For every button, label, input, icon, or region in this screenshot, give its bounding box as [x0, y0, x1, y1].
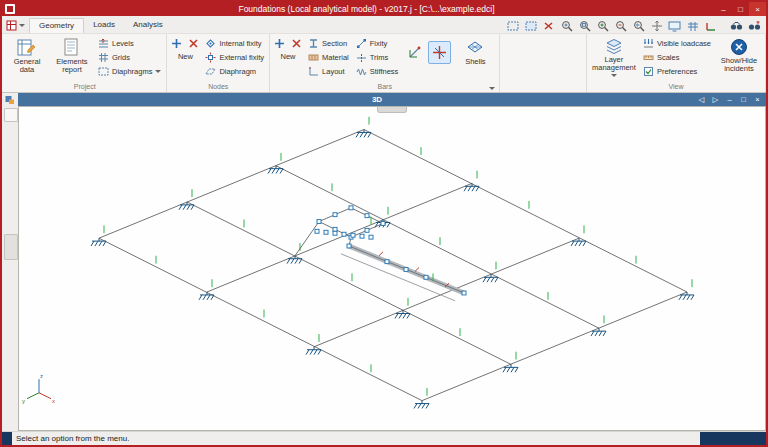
clear-selection-button[interactable] [540, 19, 557, 33]
zoom-in-button[interactable] [594, 19, 611, 33]
titlebar: Foundations (Local analytical model) - v… [2, 2, 766, 16]
section-button[interactable]: Section [306, 37, 351, 50]
plus-icon [171, 38, 182, 49]
node-diaphragm-button[interactable]: Diaphragm [203, 65, 266, 78]
select-window-icon [507, 21, 519, 31]
tab-loads[interactable]: Loads [84, 18, 124, 33]
general-data-button[interactable]: General data [6, 35, 48, 82]
material-button[interactable]: Material [306, 51, 351, 64]
bar-orientation-toggle[interactable] [428, 41, 451, 64]
quick-view-toolbar [504, 19, 766, 33]
zoom-out-button[interactable] [612, 19, 629, 33]
internal-fixity-icon [205, 38, 216, 49]
strip-grip-button[interactable] [4, 234, 18, 260]
layout-label: Layout [322, 67, 345, 76]
statusbar: Select an option from the menu. [2, 431, 766, 445]
select-crossing-button[interactable] [522, 19, 539, 33]
viewport-close-button[interactable]: × [752, 95, 763, 104]
node-new-label: New [178, 52, 193, 61]
full-screen-button[interactable] [666, 19, 683, 33]
minimize-button[interactable]: – [715, 2, 732, 16]
elements-report-icon [62, 38, 82, 57]
grids-button[interactable]: Grids [96, 51, 163, 64]
grid-toggle-button[interactable] [684, 19, 701, 33]
stiffness-button[interactable]: Stiffness [354, 65, 401, 78]
canvas-collapse-handle[interactable] [377, 107, 407, 113]
viewport-titlebar[interactable]: 3D ◁ ▷ – □ × [18, 93, 766, 106]
ribbon-group-view: Layer management Visible loadcase Scales [586, 34, 766, 92]
tab-geometry[interactable]: Geometry [29, 18, 84, 33]
selected-node-squares [315, 206, 466, 295]
model-wireframe: z x y [19, 107, 765, 430]
bar-new-button[interactable] [273, 37, 286, 50]
axis-y-label: y [22, 398, 25, 404]
bar-local-axes-button[interactable] [403, 41, 426, 64]
viewport-title: 3D [58, 95, 696, 104]
layer-management-label: Layer management [591, 56, 637, 73]
preferences-button[interactable]: Preferences [641, 65, 713, 78]
show-hide-incidents-button[interactable]: Show/Hide incidents [716, 35, 762, 82]
search-button[interactable] [728, 19, 745, 33]
statusbar-message: Select an option from the menu. [12, 434, 129, 443]
bar-fixity-button[interactable]: Fixity [354, 37, 401, 50]
close-button[interactable]: × [749, 2, 766, 16]
visible-loadcase-icon [643, 38, 654, 49]
stiffness-icon [356, 66, 367, 77]
bar-fixity-label: Fixity [370, 39, 388, 48]
node-diaphragm-icon [205, 66, 216, 77]
node-delete-button[interactable] [187, 37, 200, 50]
scales-button[interactable]: Scales [641, 51, 713, 64]
select-window-button[interactable] [504, 19, 521, 33]
statusbar-right-block [700, 432, 766, 445]
app-menu-button[interactable] [2, 18, 29, 33]
support-symbols [91, 130, 694, 409]
zoom-window-icon [579, 20, 591, 32]
model-canvas[interactable]: z x y [18, 106, 766, 431]
maximize-button[interactable]: □ [732, 2, 749, 16]
trims-label: Trims [370, 53, 388, 62]
general-data-label: General data [7, 58, 47, 75]
viewport-next-button[interactable]: ▷ [710, 95, 721, 104]
pan-button[interactable] [648, 19, 665, 33]
internal-fixity-button[interactable]: Internal fixity [203, 37, 266, 50]
trims-button[interactable]: Trims [354, 51, 401, 64]
viewport-minimize-button[interactable]: – [724, 95, 735, 104]
pan-icon [651, 20, 663, 32]
search-next-button[interactable] [746, 19, 763, 33]
bar-delete-button[interactable] [290, 37, 303, 50]
scales-label: Scales [657, 53, 680, 62]
bar-fixity-icon [356, 38, 367, 49]
shells-button[interactable]: Shells [454, 35, 496, 82]
zoom-previous-button[interactable] [630, 19, 647, 33]
tab-analysis[interactable]: Analysis [124, 18, 172, 33]
material-label: Material [322, 53, 349, 62]
viewport-controls: ◁ ▷ – □ × [696, 95, 766, 104]
bars-group-dialog-launcher[interactable] [489, 87, 495, 90]
diaphragms-button[interactable]: Diaphragms [96, 65, 163, 78]
node-diaphragm-label: Diaphragm [219, 67, 256, 76]
layer-management-button[interactable]: Layer management [590, 35, 638, 82]
axes-toggle-button[interactable] [702, 19, 719, 33]
node-new-button[interactable] [170, 37, 183, 50]
viewport-menu-button[interactable] [2, 93, 18, 106]
elements-report-button[interactable]: Elements report [51, 35, 93, 82]
strip-page-button[interactable] [4, 108, 18, 122]
external-fixity-label: External fixity [219, 53, 264, 62]
zoom-previous-icon [633, 20, 645, 32]
layout-button[interactable]: Layout [306, 65, 351, 78]
zoom-window-button[interactable] [576, 19, 593, 33]
visible-loadcase-button[interactable]: Visible loadcase [641, 37, 713, 50]
viewport-menu-icon [5, 95, 15, 105]
layout-icon [308, 66, 319, 77]
view-group-label: View [590, 82, 762, 92]
chevron-down-icon [19, 24, 25, 27]
levels-button[interactable]: Levels [96, 37, 163, 50]
viewport-prev-button[interactable]: ◁ [696, 95, 707, 104]
zoom-extents-button[interactable] [558, 19, 575, 33]
viewport-maximize-button[interactable]: □ [738, 95, 749, 104]
external-fixity-button[interactable]: External fixity [203, 51, 266, 64]
internal-fixity-label: Internal fixity [219, 39, 261, 48]
viewport-bar: 3D ◁ ▷ – □ × [2, 93, 766, 106]
ribbon-group-project: General data Elements report Levels Grid… [3, 34, 167, 92]
diaphragms-icon [98, 66, 109, 77]
